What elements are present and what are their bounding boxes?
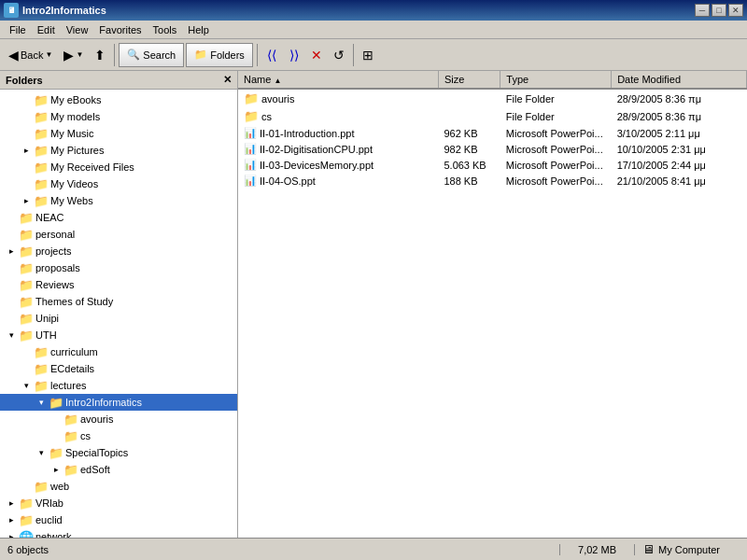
tree-expander-uth[interactable]: ▾ — [4, 328, 19, 343]
tree-label-unipi: Unipi — [35, 313, 59, 324]
forward-icon: ▶ — [63, 48, 74, 63]
folder-icon-mypictures: 📁 — [34, 144, 49, 158]
tree-item-intro2informatics[interactable]: ▾ 📁 Intro2Informatics — [0, 394, 237, 411]
tree-item-avouris[interactable]: 📁 avouris — [0, 411, 237, 427]
back-dropdown-icon: ▼ — [45, 50, 52, 59]
table-row[interactable]: 📊 II-02-DigitisationCPU.ppt 982 KB Micro… — [238, 141, 747, 157]
file-name: II-04-OS.ppt — [260, 175, 316, 187]
tree-expander-web — [19, 479, 34, 494]
view-button[interactable]: ⊞ — [358, 45, 378, 65]
tree-expander-intro2informatics[interactable]: ▾ — [34, 395, 49, 410]
tree-item-curriculum[interactable]: 📁 curriculum — [0, 343, 237, 360]
search-button[interactable]: 🔍 Search — [119, 43, 184, 67]
tree-item-projects[interactable]: ▸ 📁 projects — [0, 243, 237, 259]
tree-expander-projects[interactable]: ▸ — [4, 244, 19, 259]
menu-edit[interactable]: Edit — [32, 22, 61, 37]
tree-item-network[interactable]: ▸ 🌐 network — [0, 528, 237, 538]
table-row[interactable]: 📊 II-03-DevicesMemory.ppt 5.063 KB Micro… — [238, 157, 747, 173]
menu-tools[interactable]: Tools — [148, 22, 183, 37]
stop-button[interactable]: ✕ — [306, 45, 327, 65]
tree-label-myebooks: My eBooks — [50, 94, 101, 105]
file-date-cell: 10/10/2005 2:31 μμ — [612, 141, 747, 157]
folder-tree[interactable]: 📁 My eBooks 📁 My models 📁 My Music ▸ 📁 M… — [0, 90, 237, 538]
close-button[interactable]: ✕ — [728, 4, 743, 17]
menu-view[interactable]: View — [61, 22, 94, 37]
tree-label-mymusic: My Music — [50, 128, 93, 139]
tree-label-proposals: proposals — [35, 262, 80, 273]
tree-item-uth[interactable]: ▾ 📁 UTH — [0, 327, 237, 343]
folders-icon: 📁 — [194, 49, 207, 61]
menu-bar: File Edit View Favorites Tools Help — [0, 21, 747, 39]
folders-panel-close[interactable]: ✕ — [223, 74, 232, 86]
folder-icon-edsoft: 📁 — [63, 463, 78, 477]
tree-expander-lectures[interactable]: ▾ — [19, 378, 34, 393]
col-name[interactable]: Name ▲ — [238, 71, 438, 89]
col-type[interactable]: Type — [500, 71, 612, 89]
history-back-button[interactable]: ⟨⟨ — [261, 45, 282, 65]
table-row[interactable]: 📊 II-04-OS.ppt 188 KB Microsoft PowerPoi… — [238, 173, 747, 189]
tree-item-mymusic[interactable]: 📁 My Music — [0, 125, 237, 142]
back-button[interactable]: ◀ Back ▼ — [4, 43, 57, 67]
sort-arrow-icon: ▲ — [274, 77, 281, 85]
tree-item-edsoft[interactable]: ▸ 📁 edSoft — [0, 461, 237, 478]
tree-item-lectures[interactable]: ▾ 📁 lectures — [0, 377, 237, 394]
folders-panel-header: Folders ✕ — [0, 71, 237, 90]
folder-icon-lectures: 📁 — [34, 379, 49, 393]
file-date-cell: 28/9/2005 8:36 πμ — [612, 107, 747, 125]
menu-file[interactable]: File — [4, 22, 32, 37]
folder-icon-projects: 📁 — [19, 245, 34, 259]
tree-expander-mywebs[interactable]: ▸ — [19, 193, 34, 208]
computer-icon: 🖥 — [642, 542, 655, 556]
search-label: Search — [143, 49, 176, 61]
tree-label-network: network — [35, 531, 72, 538]
refresh-button[interactable]: ↺ — [329, 45, 349, 65]
col-date[interactable]: Date Modified — [612, 71, 747, 89]
tree-item-myvideos[interactable]: 📁 My Videos — [0, 175, 237, 192]
tree-item-vrlab[interactable]: ▸ 📁 VRlab — [0, 495, 237, 511]
tree-item-personal[interactable]: 📁 personal — [0, 226, 237, 243]
menu-help[interactable]: Help — [182, 22, 215, 37]
folder-icon-web: 📁 — [34, 480, 49, 494]
folder-icon-personal: 📁 — [19, 228, 34, 242]
tree-item-myreceivedfiles[interactable]: 📁 My Received Files — [0, 159, 237, 175]
back-icon: ◀ — [8, 48, 19, 63]
tree-item-euclid[interactable]: ▸ 📁 euclid — [0, 511, 237, 528]
tree-item-specialtopics[interactable]: ▾ 📁 SpecialTopics — [0, 444, 237, 461]
tree-expander-euclid[interactable]: ▸ — [4, 512, 19, 527]
minimize-button[interactable]: ─ — [695, 4, 710, 17]
tree-item-proposals[interactable]: 📁 proposals — [0, 259, 237, 276]
tree-expander-edsoft[interactable]: ▸ — [49, 462, 63, 477]
tree-item-web[interactable]: 📁 web — [0, 478, 237, 495]
menu-favorites[interactable]: Favorites — [93, 22, 147, 37]
tree-item-myebooks[interactable]: 📁 My eBooks — [0, 91, 237, 108]
tree-expander-network[interactable]: ▸ — [4, 529, 19, 538]
tree-label-edsoft: edSoft — [80, 464, 110, 475]
file-name: II-02-DigitisationCPU.ppt — [260, 144, 373, 155]
tree-item-cs[interactable]: 📁 cs — [0, 427, 237, 444]
file-size-cell: 5.063 KB — [438, 157, 500, 173]
tree-item-ecdetails[interactable]: 📁 ECdetails — [0, 360, 237, 377]
table-row[interactable]: 📊 II-01-Introduction.ppt 962 KB Microsof… — [238, 125, 747, 141]
tree-item-reviews[interactable]: 📁 Reviews — [0, 276, 237, 293]
tree-expander-vrlab[interactable]: ▸ — [4, 496, 19, 511]
tree-item-themesOfStudy[interactable]: 📁 Themes of Study — [0, 293, 237, 310]
tree-label-projects: projects — [35, 245, 72, 257]
maximize-button[interactable]: □ — [712, 4, 726, 17]
tree-expander-specialtopics[interactable]: ▾ — [34, 445, 49, 460]
tree-expander-mypictures[interactable]: ▸ — [19, 143, 34, 158]
table-row[interactable]: 📁 cs File Folder 28/9/2005 8:36 πμ — [238, 107, 747, 125]
col-size[interactable]: Size — [438, 71, 500, 89]
tree-label-mypictures: My Pictures — [50, 145, 104, 156]
tree-item-unipi[interactable]: 📁 Unipi — [0, 310, 237, 327]
history-forward-button[interactable]: ⟩⟩ — [284, 45, 304, 65]
folders-button[interactable]: 📁 Folders — [186, 43, 253, 67]
tree-item-mypictures[interactable]: ▸ 📁 My Pictures — [0, 142, 237, 159]
tree-item-neac[interactable]: 📁 NEAC — [0, 209, 237, 226]
up-button[interactable]: ⬆ — [90, 43, 110, 67]
tree-expander-myreceivedfiles — [19, 160, 34, 175]
tree-expander-myvideos — [19, 176, 34, 191]
tree-item-mywebs[interactable]: ▸ 📁 My Webs — [0, 192, 237, 209]
forward-button[interactable]: ▶ ▼ — [59, 43, 88, 67]
tree-item-mymodels[interactable]: 📁 My models — [0, 108, 237, 125]
table-row[interactable]: 📁 avouris File Folder 28/9/2005 8:36 πμ — [238, 89, 747, 107]
